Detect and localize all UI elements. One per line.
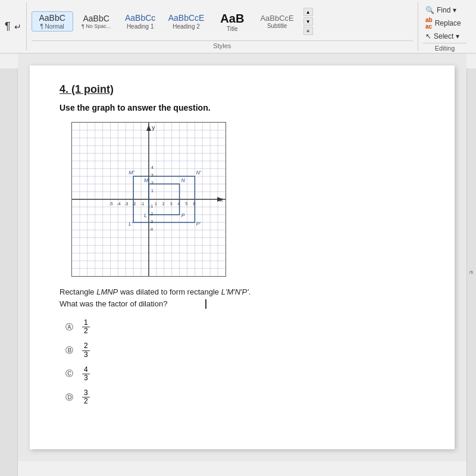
style-no-spacing[interactable]: AaBbC ¶ No Spac... (76, 12, 117, 31)
text-cursor (205, 299, 206, 309)
svg-text:-4: -4 (117, 202, 120, 206)
svg-text:y: y (152, 124, 155, 131)
style-no-spacing-preview: AaBbC (83, 14, 109, 24)
answer-choices: Ⓐ 1 2 Ⓑ 2 3 Ⓒ 4 3 Ⓓ (65, 319, 425, 406)
choice-letter-d: Ⓓ (65, 392, 75, 403)
svg-text:1: 1 (155, 202, 157, 206)
style-heading2-label: Heading 2 (173, 23, 200, 30)
denominator-b: 3 (82, 351, 90, 359)
svg-text:L: L (144, 212, 147, 218)
svg-text:P: P (181, 212, 185, 218)
svg-text:-3: -3 (149, 220, 153, 224)
description-text: Rectangle LMNP was dilated to form recta… (60, 286, 262, 309)
svg-text:x: x (220, 196, 223, 203)
sidebar-left (0, 68, 18, 476)
denominator-a: 2 (82, 327, 90, 335)
fraction-d: 3 2 (82, 389, 90, 405)
denominator-c: 3 (82, 374, 90, 382)
svg-text:4: 4 (178, 202, 180, 206)
select-button[interactable]: ↖ Select ▾ (423, 31, 466, 42)
find-icon: 🔍 (425, 6, 434, 14)
svg-text:-3: -3 (124, 202, 128, 206)
svg-text:2: 2 (151, 181, 154, 185)
svg-text:-5: -5 (109, 202, 113, 206)
svg-text:L': L' (129, 221, 133, 227)
numerator-d: 3 (82, 389, 90, 397)
style-heading2-preview: AaBbCcE (168, 13, 205, 23)
svg-text:-2: -2 (149, 212, 153, 216)
select-label: Select ▾ (434, 32, 459, 40)
style-title-label: Title (227, 26, 238, 32)
svg-text:3: 3 (170, 202, 173, 206)
question-instruction: Use the graph to answer the question. (60, 103, 250, 112)
svg-text:-1: -1 (140, 202, 144, 206)
editing-section: 🔍 Find ▾ abac Replace ↖ Select ▾ Editing (418, 2, 471, 51)
svg-text:M': M' (129, 170, 134, 176)
svg-text:-2: -2 (132, 202, 136, 206)
svg-text:6: 6 (193, 202, 195, 206)
answer-choice-c[interactable]: Ⓒ 4 3 (65, 366, 425, 382)
return-icon: ↵ (14, 22, 21, 32)
scroll-up-btn[interactable]: ▲ (303, 8, 313, 16)
scroll-down-btn[interactable]: ▼ (303, 17, 313, 26)
choice-letter-a: Ⓐ (65, 322, 75, 333)
replace-icon: abac (425, 17, 433, 30)
choice-letter-b: Ⓑ (65, 345, 75, 356)
style-normal-label: ¶ Normal (40, 23, 64, 30)
fraction-a: 1 2 (82, 319, 90, 335)
style-no-spacing-label: ¶ No Spac... (82, 23, 111, 29)
replace-label: Replace (435, 19, 461, 27)
styles-scroll[interactable]: ▲ ▼ ≡ (301, 8, 315, 35)
style-subtitle[interactable]: AaBbCcE Subtitle (255, 12, 298, 31)
choice-letter-c: Ⓒ (65, 368, 75, 379)
numerator-b: 2 (82, 342, 90, 350)
svg-text:1: 1 (151, 189, 154, 193)
find-button[interactable]: 🔍 Find ▾ (423, 5, 466, 15)
svg-text:5: 5 (186, 202, 188, 206)
paragraph-icon: ¶ (5, 20, 11, 33)
svg-text:M: M (144, 177, 149, 183)
styles-section: AaBbC ¶ Normal AaBbC ¶ No Spac... AaBbCc… (27, 2, 418, 51)
replace-button[interactable]: abac Replace (423, 15, 466, 31)
numerator-c: 4 (82, 366, 90, 374)
paragraph-section: ¶ ↵ (5, 2, 27, 51)
style-subtitle-preview: AaBbCcE (260, 14, 293, 23)
style-subtitle-label: Subtitle (267, 23, 287, 29)
right-edge-label: e (468, 271, 475, 274)
scroll-more-btn[interactable]: ≡ (303, 27, 313, 35)
answer-choice-d[interactable]: Ⓓ 3 2 (65, 389, 425, 405)
style-normal[interactable]: AaBbC ¶ Normal (32, 11, 73, 32)
question-number: 4. (1 point) (60, 83, 425, 96)
answer-choice-a[interactable]: Ⓐ 1 2 (65, 319, 425, 335)
coordinate-graph: y x L M N P L' M' N' P' (72, 123, 226, 276)
graph-container: y x L M N P L' M' N' P' (71, 122, 226, 277)
fraction-c: 4 3 (82, 366, 90, 382)
document-page: 4. (1 point) Use the graph to answer the… (30, 65, 455, 449)
svg-text:P': P' (196, 221, 201, 227)
styles-label: Styles (32, 40, 413, 51)
svg-text:2: 2 (162, 202, 165, 206)
style-heading2[interactable]: AaBbCcE Heading 2 (164, 12, 209, 31)
style-heading1[interactable]: AaBbCc Heading 1 (120, 12, 161, 31)
svg-text:N: N (181, 177, 186, 183)
svg-text:N': N' (196, 170, 201, 176)
select-icon: ↖ (425, 32, 431, 40)
svg-text:3: 3 (151, 173, 154, 177)
denominator-d: 2 (82, 397, 90, 405)
svg-text:4: 4 (151, 165, 154, 170)
style-normal-preview: AaBbC (39, 13, 65, 23)
ribbon-toolbar: ¶ ↵ AaBbC ¶ Normal AaBbC ¶ No Spac... Aa… (0, 0, 476, 54)
style-title[interactable]: AaB Title (211, 10, 253, 33)
fraction-b: 2 3 (82, 342, 90, 358)
numerator-a: 1 (82, 319, 90, 327)
right-edge: e (466, 68, 476, 476)
editing-label: Editing (423, 43, 466, 52)
styles-row: AaBbC ¶ Normal AaBbC ¶ No Spac... AaBbCc… (32, 2, 413, 40)
style-title-preview: AaB (220, 11, 244, 26)
document-area: 4. (1 point) Use the graph to answer the… (18, 54, 466, 461)
answer-choice-b[interactable]: Ⓑ 2 3 (65, 342, 425, 358)
style-heading1-preview: AaBbCc (125, 13, 155, 23)
svg-text:-4: -4 (149, 227, 153, 231)
style-heading1-label: Heading 1 (127, 23, 154, 30)
svg-text:-1: -1 (149, 204, 153, 208)
